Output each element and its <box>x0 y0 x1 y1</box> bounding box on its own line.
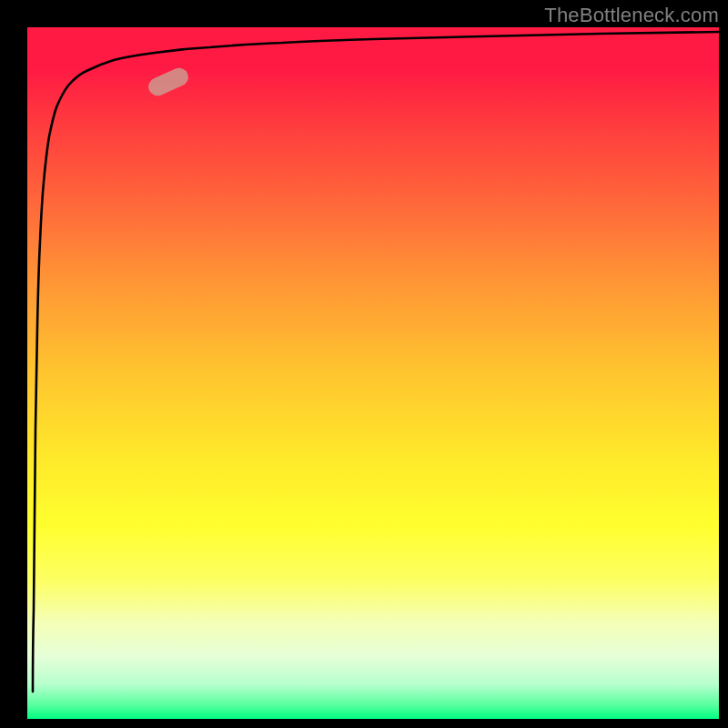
watermark-text: TheBottleneck.com <box>544 4 719 27</box>
curve-path <box>33 32 719 692</box>
curve-svg <box>27 27 719 719</box>
chart-stage: TheBottleneck.com <box>0 0 728 728</box>
plot-area <box>27 27 719 719</box>
